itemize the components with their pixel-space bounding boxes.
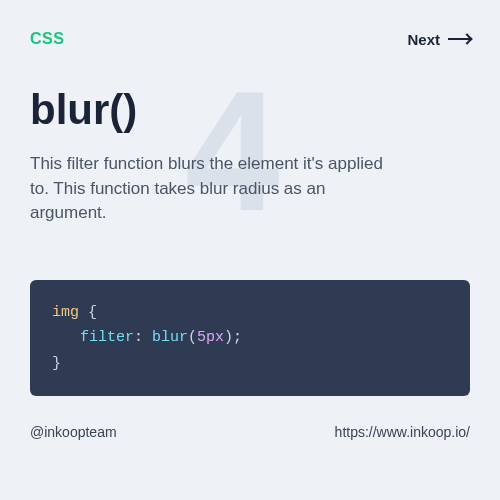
next-button[interactable]: Next <box>407 31 470 48</box>
code-property: filter <box>80 329 134 346</box>
code-function: blur <box>152 329 188 346</box>
code-brace-open: { <box>88 304 97 321</box>
arrow-right-icon <box>448 38 470 40</box>
page-title: blur() <box>30 86 470 134</box>
code-selector: img <box>52 304 79 321</box>
social-handle: @inkoopteam <box>30 424 117 440</box>
code-line-1: img { <box>52 300 448 326</box>
website-url: https://www.inkoop.io/ <box>335 424 470 440</box>
description: This filter function blurs the element i… <box>30 152 400 226</box>
code-value: 5px <box>197 329 224 346</box>
code-block: img { filter: blur(5px); } <box>30 280 470 397</box>
footer: @inkoopteam https://www.inkoop.io/ <box>30 424 470 440</box>
main-content: 4 blur() This filter function blurs the … <box>30 86 470 396</box>
header: CSS Next <box>30 30 470 48</box>
code-line-2: filter: blur(5px); <box>52 325 448 351</box>
code-line-3: } <box>52 351 448 377</box>
category-badge: CSS <box>30 30 64 48</box>
next-label: Next <box>407 31 440 48</box>
code-brace-close: } <box>52 355 61 372</box>
